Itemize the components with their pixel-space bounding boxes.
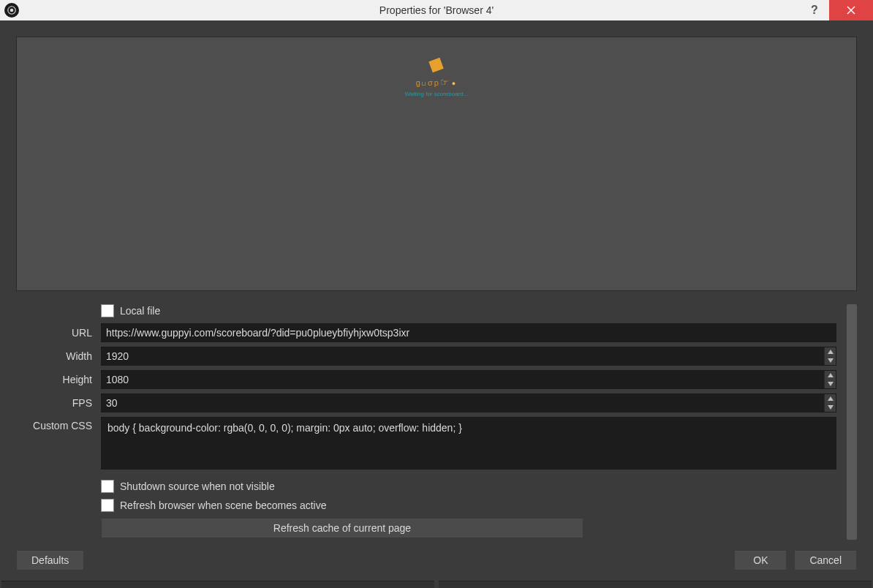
fps-row: FPS xyxy=(16,393,836,412)
preview-tagline: Waiting for scoreboard... xyxy=(405,91,469,97)
local-file-label: Local file xyxy=(120,305,160,317)
chevron-up-icon xyxy=(828,350,834,354)
settings-scrollbar[interactable] xyxy=(847,304,857,540)
svg-marker-7 xyxy=(828,382,834,386)
refresh-cache-button[interactable]: Refresh cache of current page xyxy=(101,518,583,538)
chevron-down-icon xyxy=(828,382,834,386)
width-label: Width xyxy=(16,350,101,362)
refresh-active-row: Refresh browser when scene becomes activ… xyxy=(101,499,836,512)
url-input[interactable] xyxy=(101,323,836,342)
preview-brand: gபσp☞● xyxy=(405,77,469,88)
fps-spin-up[interactable] xyxy=(825,394,836,403)
svg-marker-9 xyxy=(828,405,834,410)
chevron-down-icon xyxy=(828,405,834,410)
custom-css-row: Custom CSS xyxy=(16,417,836,470)
shutdown-checkbox[interactable] xyxy=(101,480,114,493)
chevron-down-icon xyxy=(828,358,834,363)
bottom-panel-left xyxy=(1,581,434,588)
height-spin-down[interactable] xyxy=(825,380,836,388)
hand-icon: ☞ xyxy=(440,77,450,88)
app-icon xyxy=(4,3,19,18)
preview-logo-shape xyxy=(429,58,445,73)
svg-marker-6 xyxy=(828,373,834,377)
scrollbar-thumb[interactable] xyxy=(847,304,857,540)
height-input[interactable] xyxy=(102,371,824,388)
url-label: URL xyxy=(16,327,101,339)
titlebar: Properties for 'Browser 4' ? xyxy=(0,0,873,20)
preview-content: gபσp☞● Waiting for scoreboard... xyxy=(405,59,469,97)
fps-label: FPS xyxy=(16,397,101,409)
url-row: URL xyxy=(16,323,836,342)
close-button[interactable] xyxy=(829,0,873,20)
bottom-panel-right xyxy=(439,581,872,588)
cancel-button[interactable]: Cancel xyxy=(794,550,857,570)
dot-icon: ● xyxy=(452,80,457,87)
height-row: Height xyxy=(16,370,836,389)
height-label: Height xyxy=(16,374,101,385)
fps-input[interactable] xyxy=(102,394,824,412)
refresh-active-label: Refresh browser when scene becomes activ… xyxy=(120,500,326,511)
width-spin xyxy=(101,347,836,366)
width-row: Width xyxy=(16,347,836,366)
custom-css-label: Custom CSS xyxy=(16,417,101,431)
chevron-up-icon xyxy=(828,373,834,377)
height-spin xyxy=(101,370,836,389)
footer: Defaults OK Cancel xyxy=(0,540,873,581)
svg-point-1 xyxy=(10,9,13,12)
window-body: gபσp☞● Waiting for scoreboard... Local f… xyxy=(0,20,873,588)
shutdown-row: Shutdown source when not visible xyxy=(101,480,836,493)
window-title: Properties for 'Browser 4' xyxy=(379,4,494,16)
local-file-row: Local file xyxy=(101,304,836,317)
help-icon: ? xyxy=(811,4,818,17)
svg-marker-5 xyxy=(828,358,834,363)
settings-form: Local file URL Width Height xyxy=(16,304,847,540)
custom-css-input[interactable] xyxy=(101,417,836,470)
defaults-button[interactable]: Defaults xyxy=(16,550,84,570)
svg-marker-4 xyxy=(828,350,834,354)
bottom-scrubber xyxy=(0,581,873,588)
ok-button[interactable]: OK xyxy=(734,550,787,570)
chevron-up-icon xyxy=(828,396,834,401)
svg-marker-8 xyxy=(828,396,834,401)
preview-panel: gபσp☞● Waiting for scoreboard... xyxy=(16,37,857,291)
help-button[interactable]: ? xyxy=(800,0,829,20)
refresh-active-checkbox[interactable] xyxy=(101,499,114,512)
shutdown-label: Shutdown source when not visible xyxy=(120,480,275,492)
local-file-checkbox[interactable] xyxy=(101,304,114,317)
width-spin-up[interactable] xyxy=(825,347,836,356)
width-spin-down[interactable] xyxy=(825,356,836,365)
width-input[interactable] xyxy=(102,347,824,365)
fps-spin xyxy=(101,393,836,412)
settings-area: Local file URL Width Height xyxy=(0,291,873,540)
fps-spin-down[interactable] xyxy=(825,403,836,412)
height-spin-up[interactable] xyxy=(825,371,836,380)
close-icon xyxy=(846,5,856,15)
